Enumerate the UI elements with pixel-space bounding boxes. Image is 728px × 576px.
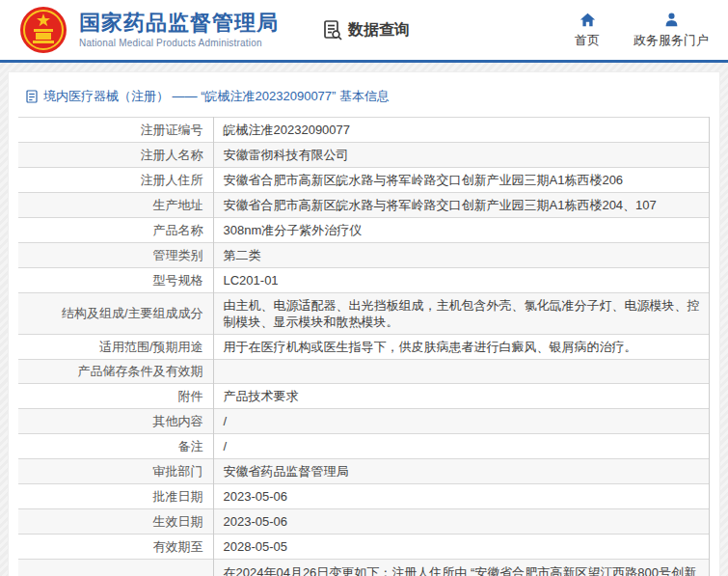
row-value: 2023-05-06 (213, 484, 710, 509)
data-query-icon (322, 19, 343, 41)
table-row: 型号规格LC201-01 (18, 268, 710, 293)
nav-label-portal: 政务服务门户 (634, 32, 709, 49)
data-query-label: 数据查询 (348, 20, 410, 41)
row-label: 生产地址 (18, 193, 213, 218)
breadcrumb: 境内医疗器械（注册） —— “皖械注准20232090077” 基本信息 (18, 80, 710, 117)
home-icon (580, 12, 596, 28)
row-value: LC201-01 (213, 268, 710, 293)
table-row: 批准日期2023-05-06 (18, 484, 710, 509)
row-value: / (213, 409, 710, 434)
table-row: 结构及组成/主要组成成分由主机、电源适配器、出光挡板组成，主机包含外壳、氯化氙准… (18, 293, 710, 335)
table-row: 注册人住所安徽省合肥市高新区皖水路与将军岭路交口创新产业园三期A1栋西楼206 (18, 168, 710, 193)
table-row: 管理类别第二类 (18, 243, 710, 268)
row-value (213, 360, 710, 384)
user-icon (663, 12, 680, 28)
table-row: 审批部门安徽省药品监督管理局 (18, 459, 710, 484)
document-icon (26, 90, 38, 103)
row-value: 安徽省药品监督管理局 (213, 459, 710, 484)
row-label: 其他内容 (18, 409, 213, 434)
breadcrumb-text: 境内医疗器械（注册） —— “皖械注准20232090077” 基本信息 (43, 88, 390, 105)
row-value: 308nm准分子紫外治疗仪 (213, 218, 710, 243)
table-row: 有效期至2028-05-05 (18, 535, 710, 560)
table-row: 生效日期2023-05-06 (18, 509, 710, 535)
nmpa-logo-link[interactable]: 国家药品监督管理局 National Medical Products Admi… (19, 6, 279, 54)
row-value: 第二类 (213, 243, 710, 268)
nav-item-home[interactable]: 首页 (568, 12, 607, 49)
row-label: 生效日期 (18, 509, 213, 535)
table-row: 生产地址安徽省合肥市高新区皖水路与将军岭路交口创新产业园三期A1栋西楼204、1… (18, 193, 710, 218)
site-header: 国家药品监督管理局 National Medical Products Admi… (0, 0, 728, 60)
row-label: 管理类别 (18, 243, 213, 268)
table-row: 变更情况在2024年04月26日变更如下：注册人住所由 “安徽省合肥市高新区望江… (18, 560, 710, 576)
table-row: 产品名称308nm准分子紫外治疗仪 (18, 218, 710, 243)
table-row: 适用范围/预期用途用于在医疗机构或医生指导下，供皮肤病患者进行白癜风、银屑病的治… (18, 335, 710, 360)
row-value: 用于在医疗机构或医生指导下，供皮肤病患者进行白癜风、银屑病的治疗。 (213, 335, 710, 360)
row-label: 变更情况 (18, 560, 213, 576)
row-value: 皖械注准20232090077 (213, 118, 710, 143)
data-query-tab[interactable]: 数据查询 (322, 19, 410, 41)
table-row: 注册人名称安徽雷彻科技有限公司 (18, 143, 710, 168)
row-value: / (213, 434, 710, 459)
table-row: 附件产品技术要求 (18, 384, 710, 409)
row-value: 由主机、电源适配器、出光挡板组成，主机包含外壳、氯化氙准分子灯、电源模块、控制模… (213, 293, 710, 335)
row-label: 适用范围/预期用途 (18, 335, 213, 360)
nav-item-portal[interactable]: 政务服务门户 (634, 12, 709, 49)
row-label: 注册证编号 (18, 118, 213, 143)
row-value: 在2024年04月26日变更如下：注册人住所由 “安徽省合肥市高新区望江西路80… (213, 560, 710, 576)
table-row: 产品储存条件及有效期 (18, 360, 710, 384)
national-emblem-icon (19, 6, 67, 54)
row-label: 型号规格 (18, 268, 213, 293)
table-row: 注册证编号皖械注准20232090077 (18, 118, 710, 143)
row-label: 备注 (18, 434, 213, 459)
table-row: 其他内容/ (18, 409, 710, 434)
row-label: 注册人名称 (18, 143, 213, 168)
row-value: 2023-05-06 (213, 509, 710, 535)
row-label: 审批部门 (18, 459, 213, 484)
nav-label-home: 首页 (575, 32, 600, 49)
site-subtitle: National Medical Products Administration (79, 38, 279, 48)
row-label: 产品储存条件及有效期 (18, 360, 213, 384)
row-value: 2028-05-05 (213, 535, 710, 560)
content-panel: 境内医疗器械（注册） —— “皖械注准20232090077” 基本信息 注册证… (8, 71, 720, 576)
row-label: 注册人住所 (18, 168, 213, 193)
row-value: 安徽省合肥市高新区皖水路与将军岭路交口创新产业园三期A1栋西楼204、107 (213, 193, 710, 218)
row-label: 结构及组成/主要组成成分 (18, 293, 213, 335)
row-label: 附件 (18, 384, 213, 409)
row-label: 有效期至 (18, 535, 213, 560)
registration-info-table: 注册证编号皖械注准20232090077注册人名称安徽雷彻科技有限公司注册人住所… (18, 117, 710, 576)
row-label: 产品名称 (18, 218, 213, 243)
site-title: 国家药品监督管理局 (79, 12, 279, 35)
table-row: 备注/ (18, 434, 710, 459)
row-value: 产品技术要求 (213, 384, 710, 409)
info-table-body: 注册证编号皖械注准20232090077注册人名称安徽雷彻科技有限公司注册人住所… (18, 118, 710, 576)
header-divider (0, 60, 728, 63)
row-value: 安徽雷彻科技有限公司 (213, 143, 710, 168)
row-label: 批准日期 (18, 484, 213, 509)
row-value: 安徽省合肥市高新区皖水路与将军岭路交口创新产业园三期A1栋西楼206 (213, 168, 710, 193)
header-nav: 首页 政务服务门户 (568, 12, 709, 49)
